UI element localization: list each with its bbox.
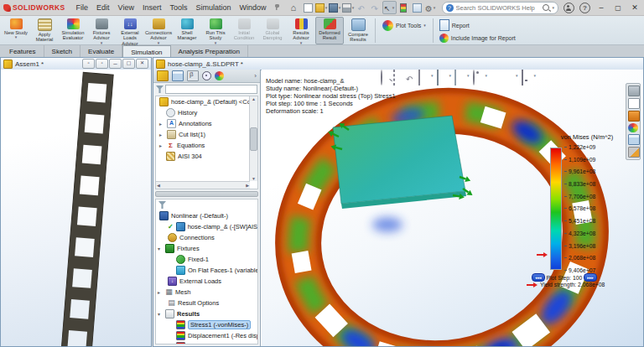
- scroll-right-icon[interactable]: ▶: [246, 183, 249, 188]
- hud-caret-icon[interactable]: ▾: [516, 73, 518, 78]
- hud-caret-icon[interactable]: ▾: [431, 73, 434, 78]
- tree-item-connections[interactable]: Connections: [156, 232, 257, 243]
- connections-advisor-button[interactable]: Connections Advisor▾: [144, 17, 173, 44]
- tree-item-displacement1[interactable]: Displacement1 (-Res disp-): [156, 330, 257, 341]
- displaymanager-tab-icon[interactable]: [215, 71, 224, 80]
- display-style-icon[interactable]: [454, 70, 464, 80]
- scroll-up-icon[interactable]: ▲: [252, 96, 256, 101]
- scroll-left-icon[interactable]: ◀: [157, 183, 160, 188]
- tree-item-material[interactable]: AISI 304: [156, 151, 257, 162]
- window-minimize-button[interactable]: [109, 59, 122, 69]
- maximize-button[interactable]: [612, 3, 624, 12]
- hud-caret-icon[interactable]: ▾: [467, 73, 470, 78]
- iso-clipping-button[interactable]: [628, 111, 640, 122]
- help-icon[interactable]: ?: [579, 3, 590, 13]
- tab-simulation[interactable]: Simulation: [122, 45, 170, 57]
- tab-sketch[interactable]: Sketch: [44, 45, 80, 57]
- report-button[interactable]: Report: [439, 19, 516, 31]
- tree-item-part-root[interactable]: hose-clamp_& (Default) <Copy of <D: [156, 96, 257, 107]
- tree-item-strain1[interactable]: Strain1 (-Equivalent-): [156, 341, 257, 344]
- zoom-to-fit-icon[interactable]: [381, 70, 390, 80]
- expander-icon[interactable]: [159, 142, 164, 148]
- scrollbar-thumb[interactable]: [250, 127, 257, 151]
- expander-icon[interactable]: [158, 246, 163, 251]
- external-loads-advisor-button[interactable]: External Loads Advisor▾: [116, 17, 144, 44]
- tree-item-cut-list[interactable]: Cut list(1): [156, 129, 257, 140]
- plot-tools-button[interactable]: Plot Tools ▾: [378, 20, 430, 31]
- initial-condition-button[interactable]: Initial Condition: [230, 17, 258, 44]
- shell-manager-button[interactable]: Shell Manager: [173, 17, 201, 44]
- tree-item-annotations[interactable]: Annotations: [156, 118, 257, 129]
- hud-caret-icon[interactable]: ▾: [534, 73, 537, 78]
- tree-item-study-part[interactable]: hose-clamp_& (-[SW]AISI 304-): [156, 221, 257, 232]
- tree-item-study[interactable]: Nonlinear (-Default-): [156, 210, 257, 221]
- tree-item-stress1[interactable]: Stress1 (-vonMises-): [156, 319, 257, 330]
- vertical-scrollbar[interactable]: ▲▼: [249, 96, 257, 181]
- new-study-button[interactable]: New Study▾: [2, 17, 30, 44]
- tree-item-external-loads[interactable]: External Loads: [156, 276, 257, 287]
- search-icon[interactable]: [543, 4, 549, 11]
- open-caret-icon[interactable]: ▾: [325, 5, 328, 10]
- scroll-down-icon[interactable]: ▼: [252, 176, 256, 181]
- tree-item-on-flat-faces[interactable]: On Flat Faces-1 (variable:): [156, 265, 257, 276]
- flyout-caret-icon[interactable]: ▾: [423, 23, 426, 28]
- filter-funnel-icon[interactable]: [156, 85, 164, 93]
- minimize-button[interactable]: [595, 3, 607, 12]
- pin-menu-icon[interactable]: [274, 4, 280, 12]
- hud-caret-icon[interactable]: ▾: [449, 73, 452, 78]
- save-caret-icon[interactable]: ▾: [339, 5, 341, 10]
- flat-clamp-strip-model[interactable]: [1, 70, 151, 346]
- tab-features[interactable]: Features: [2, 45, 44, 57]
- tree-item-history[interactable]: History: [156, 107, 257, 118]
- panel-splitter[interactable]: [155, 191, 258, 197]
- apply-material-button[interactable]: Apply Material: [30, 17, 59, 44]
- next-step-button[interactable]: [584, 273, 597, 282]
- propertymanager-tab-icon[interactable]: [172, 70, 184, 81]
- search-input[interactable]: Search SOLIDWORKS Help: [456, 4, 541, 12]
- login-icon[interactable]: [564, 3, 574, 13]
- edit-appearance-icon[interactable]: [491, 70, 500, 80]
- tab-evaluate[interactable]: Evaluate: [80, 45, 122, 57]
- graphics-viewport[interactable]: Model name: hose-clamp_& Study name: Non…: [262, 70, 643, 346]
- fixtures-advisor-button[interactable]: Fixtures Advisor▾: [87, 17, 116, 44]
- filter-funnel-icon[interactable]: [158, 201, 166, 209]
- options-button[interactable]: ▾: [424, 2, 437, 13]
- zoom-to-area-icon[interactable]: [393, 70, 402, 80]
- open-button[interactable]: ▾: [315, 2, 328, 13]
- tree-item-mesh[interactable]: Mesh: [156, 287, 257, 298]
- previous-view-icon[interactable]: [406, 70, 415, 80]
- menu-tools[interactable]: Tools: [165, 3, 191, 12]
- select-button[interactable]: ▾: [382, 1, 397, 14]
- expander-icon[interactable]: [158, 289, 163, 295]
- menu-edit[interactable]: Edit: [92, 3, 114, 12]
- home-button[interactable]: [288, 2, 301, 13]
- tree-item-results[interactable]: Results: [156, 308, 257, 319]
- hud-caret-icon[interactable]: ▾: [486, 73, 488, 78]
- window-close-button[interactable]: [136, 59, 148, 69]
- expander-icon[interactable]: [158, 311, 163, 317]
- menu-view[interactable]: View: [114, 3, 138, 12]
- global-damping-button[interactable]: Global Damping: [258, 17, 287, 44]
- rebuild-button[interactable]: [397, 2, 410, 13]
- undo-button[interactable]: [356, 2, 368, 13]
- deformed-result-button[interactable]: Deformed Result: [315, 17, 344, 44]
- redo-button[interactable]: [369, 2, 382, 13]
- window-pane-button[interactable]: [82, 59, 95, 69]
- simulation-evaluator-button[interactable]: Simulation Evaluator: [59, 17, 87, 44]
- previous-step-button[interactable]: [532, 273, 545, 282]
- flyout-caret-icon[interactable]: ▾: [15, 35, 18, 39]
- part-window-titlebar[interactable]: hose-clamp_&.SLDPRT *: [153, 58, 643, 70]
- dimxpertmanager-tab-icon[interactable]: [202, 71, 211, 80]
- window-restore-button[interactable]: [122, 59, 135, 69]
- expander-icon[interactable]: [159, 132, 164, 137]
- menu-window[interactable]: Window: [236, 3, 271, 12]
- print-caret-icon[interactable]: ▾: [352, 5, 355, 10]
- tree-item-fixed[interactable]: Fixed-1: [156, 254, 257, 265]
- view-settings-icon[interactable]: [522, 70, 531, 80]
- section-clipping-button[interactable]: [628, 85, 640, 96]
- print-button[interactable]: ▾: [342, 2, 355, 13]
- tree-item-result-options[interactable]: Result Options: [156, 298, 257, 308]
- tree-item-fixtures[interactable]: Fixtures: [156, 243, 257, 254]
- menu-simulation[interactable]: Simulation: [191, 3, 235, 12]
- tabs-overflow-chevron-icon[interactable]: ›: [254, 72, 257, 80]
